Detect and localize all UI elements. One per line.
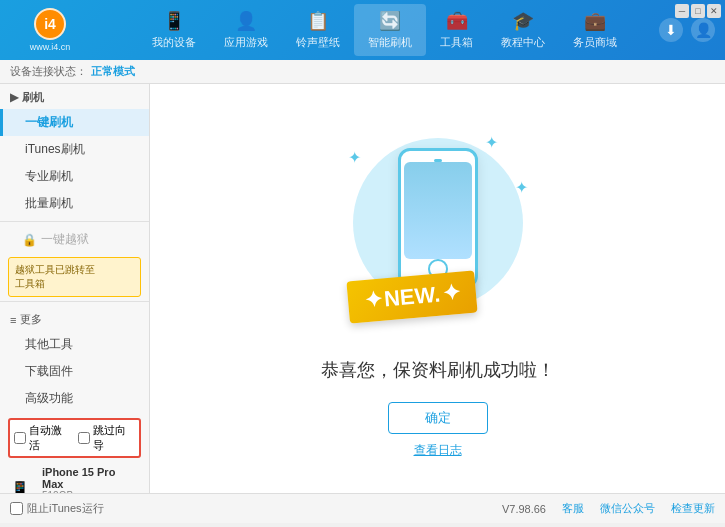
jailbreak-label: 一键越狱: [41, 231, 89, 248]
sidebar: ▶ 刷机 一键刷机 iTunes刷机 专业刷机 批量刷机 🔒 一键越狱: [0, 84, 150, 493]
skip-guide-input[interactable]: [78, 432, 90, 444]
nav-smart-flash-label: 智能刷机: [368, 35, 412, 50]
itunes-flash-label: iTunes刷机: [25, 142, 85, 156]
sidebar-advanced[interactable]: 高级功能: [0, 385, 149, 412]
app-header: i4 www.i4.cn 📱 我的设备 👤 应用游戏 📋 铃声壁纸 🔄 智能刷机…: [0, 0, 725, 60]
logo-website: www.i4.cn: [30, 42, 71, 52]
nav-bar: 📱 我的设备 👤 应用游戏 📋 铃声壁纸 🔄 智能刷机 🧰 工具箱 🎓: [110, 4, 659, 56]
bottom-right: V7.98.66 客服 微信公众号 检查更新: [502, 501, 715, 516]
nav-apps-games-label: 应用游戏: [224, 35, 268, 50]
sidebar-itunes-flash[interactable]: iTunes刷机: [0, 136, 149, 163]
sidebar-flash-label: 刷机: [22, 90, 44, 105]
nav-service-label: 务员商域: [573, 35, 617, 50]
version-label: V7.98.66: [502, 503, 546, 515]
nav-service[interactable]: 💼 务员商域: [559, 4, 631, 56]
info-box-text: 越狱工具已跳转至 工具箱: [15, 264, 95, 289]
nav-apps-games[interactable]: 👤 应用游戏: [210, 4, 282, 56]
toolbox-icon: 🧰: [446, 10, 468, 32]
apps-games-icon: 👤: [235, 10, 257, 32]
phone-shape: [398, 148, 478, 288]
new-badge-text: NEW.: [382, 282, 440, 313]
download-firmware-label: 下载固件: [25, 364, 73, 378]
sparkle-2: ✦: [515, 178, 528, 197]
view-log-link[interactable]: 查看日志: [414, 442, 462, 459]
sidebar-jailbreak-disabled: 🔒 一键越狱: [0, 226, 149, 253]
device-name: iPhone 15 Pro Max: [42, 466, 139, 490]
service-icon: 💼: [584, 10, 606, 32]
customer-service-link[interactable]: 客服: [562, 501, 584, 516]
new-badge-star-left: ✦: [363, 287, 383, 314]
sidebar-flash-header[interactable]: ▶ 刷机: [0, 84, 149, 109]
other-tools-label: 其他工具: [25, 337, 73, 351]
more-label: 更多: [20, 312, 42, 327]
my-device-icon: 📱: [163, 10, 185, 32]
more-header-icon: ≡: [10, 314, 16, 326]
nav-tutorials[interactable]: 🎓 教程中心: [487, 4, 559, 56]
new-badge: ✦ NEW. ✦: [346, 270, 477, 323]
block-itunes-label: 阻止iTunes运行: [27, 501, 104, 516]
logo: i4 www.i4.cn: [10, 8, 90, 52]
nav-my-device-label: 我的设备: [152, 35, 196, 50]
device-item[interactable]: 📱 iPhone 15 Pro Max 512GB iPhone: [8, 462, 141, 493]
maximize-button[interactable]: □: [691, 4, 705, 18]
block-itunes-checkbox[interactable]: [10, 502, 23, 515]
sidebar-one-click-flash[interactable]: 一键刷机: [0, 109, 149, 136]
nav-ringtones[interactable]: 📋 铃声壁纸: [282, 4, 354, 56]
sidebar-pro-flash[interactable]: 专业刷机: [0, 163, 149, 190]
confirm-button[interactable]: 确定: [388, 402, 488, 434]
sparkle-1: ✦: [348, 148, 361, 167]
nav-toolbox-label: 工具箱: [440, 35, 473, 50]
close-button[interactable]: ✕: [707, 4, 721, 18]
success-text: 恭喜您，保资料刷机成功啦！: [321, 358, 555, 382]
status-value: 正常模式: [91, 64, 135, 79]
device-bottom-section: 自动激活 跳过向导 📱 iPhone 15 Pro Max 512GB iPho…: [0, 412, 149, 493]
new-badge-star-right: ✦: [440, 280, 460, 307]
divider-1: [0, 221, 149, 222]
pro-flash-label: 专业刷机: [25, 169, 73, 183]
sparkle-3: ✦: [485, 133, 498, 152]
nav-my-device[interactable]: 📱 我的设备: [138, 4, 210, 56]
nav-smart-flash[interactable]: 🔄 智能刷机: [354, 4, 426, 56]
batch-flash-label: 批量刷机: [25, 196, 73, 210]
phone-screen: [404, 162, 472, 259]
success-illustration: ✦ ✦ ✦ ✦ NEW. ✦: [338, 118, 538, 338]
header-right: ⬇ 👤: [659, 18, 715, 42]
user-button[interactable]: 👤: [691, 18, 715, 42]
auto-activate-label: 自动激活: [29, 423, 72, 453]
main-layout: ▶ 刷机 一键刷机 iTunes刷机 专业刷机 批量刷机 🔒 一键越狱: [0, 84, 725, 493]
device-info-block: iPhone 15 Pro Max 512GB iPhone: [42, 466, 139, 493]
sidebar-download-firmware[interactable]: 下载固件: [0, 358, 149, 385]
status-label: 设备连接状态：: [10, 64, 87, 79]
sidebar-batch-flash[interactable]: 批量刷机: [0, 190, 149, 217]
wechat-link[interactable]: 微信公众号: [600, 501, 655, 516]
ringtones-icon: 📋: [307, 10, 329, 32]
sidebar-info-box: 越狱工具已跳转至 工具箱: [8, 257, 141, 297]
divider-2: [0, 301, 149, 302]
one-click-flash-label: 一键刷机: [25, 115, 73, 129]
nav-tutorials-label: 教程中心: [501, 35, 545, 50]
download-button[interactable]: ⬇: [659, 18, 683, 42]
flash-header-icon: ▶: [10, 91, 18, 104]
status-bar: 设备连接状态： 正常模式: [0, 60, 725, 84]
sidebar-more-header[interactable]: ≡ 更多: [0, 306, 149, 331]
bottom-left: 阻止iTunes运行: [10, 501, 104, 516]
auto-activate-checkbox[interactable]: 自动激活: [14, 423, 72, 453]
bottom-bar: 阻止iTunes运行 V7.98.66 客服 微信公众号 检查更新: [0, 493, 725, 523]
skip-guide-checkbox[interactable]: 跳过向导: [78, 423, 136, 453]
advanced-label: 高级功能: [25, 391, 73, 405]
device-phone-icon: 📱: [10, 480, 30, 494]
check-update-link[interactable]: 检查更新: [671, 501, 715, 516]
minimize-button[interactable]: ─: [675, 4, 689, 18]
device-storage: 512GB: [42, 490, 139, 493]
checkbox-row: 自动激活 跳过向导: [8, 418, 141, 458]
lock-icon: 🔒: [22, 233, 37, 247]
nav-toolbox[interactable]: 🧰 工具箱: [426, 4, 487, 56]
auto-activate-input[interactable]: [14, 432, 26, 444]
skip-guide-label: 跳过向导: [93, 423, 136, 453]
content-area: ✦ ✦ ✦ ✦ NEW. ✦ 恭喜您，保资料刷机成功啦！ 确定 查看日志: [150, 84, 725, 493]
tutorials-icon: 🎓: [512, 10, 534, 32]
nav-ringtones-label: 铃声壁纸: [296, 35, 340, 50]
sidebar-other-tools[interactable]: 其他工具: [0, 331, 149, 358]
smart-flash-icon: 🔄: [379, 10, 401, 32]
logo-icon: i4: [34, 8, 66, 40]
